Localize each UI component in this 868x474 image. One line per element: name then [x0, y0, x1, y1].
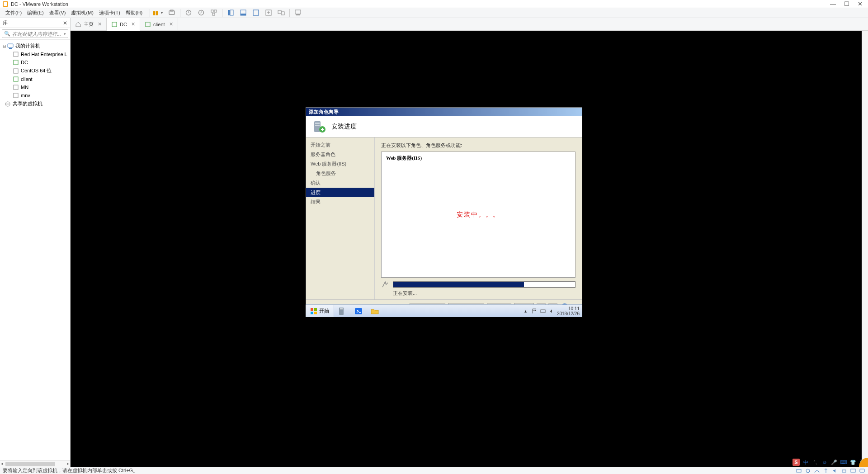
ime-lang-icon[interactable]: 中 — [802, 459, 809, 466]
tab-dc[interactable]: DC ✕ — [107, 18, 140, 31]
svg-rect-12 — [241, 14, 246, 15]
tab-client[interactable]: client ✕ — [140, 18, 178, 30]
scroll-right-icon[interactable]: ▸ — [67, 461, 69, 466]
search-input[interactable] — [12, 31, 64, 37]
svg-rect-47 — [860, 469, 864, 472]
library-search: 🔍 ▾ — [0, 28, 70, 40]
tree-item-label: MN — [21, 85, 28, 90]
close-button[interactable]: ✕ — [858, 0, 863, 7]
tabs-row: 主页 ✕ DC ✕ client ✕ — [71, 18, 868, 31]
ime-smile-icon[interactable]: ☺ — [821, 459, 828, 466]
clock-fwd-icon[interactable] — [195, 9, 208, 17]
tray-network-icon[interactable] — [540, 308, 546, 314]
menu-file[interactable]: 文件(F) — [3, 9, 24, 16]
ime-punct-icon[interactable]: °, — [811, 459, 819, 466]
device-usb-icon[interactable] — [823, 468, 829, 474]
tree-item[interactable]: Red Hat Enterprise L — [0, 50, 70, 58]
chevron-down-icon[interactable]: ▾ — [64, 32, 66, 36]
tree-item-label: DC — [21, 60, 28, 65]
content-v-scrollbar[interactable] — [862, 31, 868, 467]
svg-rect-20 — [9, 48, 12, 49]
vm-icon — [13, 84, 19, 90]
tab-home[interactable]: 主页 ✕ — [71, 18, 107, 30]
snapshot-icon[interactable] — [165, 9, 178, 17]
svg-rect-9 — [228, 10, 230, 15]
step-confirm[interactable]: 确认 — [306, 178, 374, 188]
device-message-icon[interactable] — [859, 468, 865, 474]
step-before[interactable]: 开始之前 — [306, 140, 374, 150]
clock-back-icon[interactable] — [182, 9, 195, 17]
wizard-title: 添加角色向导 — [309, 109, 339, 115]
step-iis[interactable]: Web 服务器(IIS) — [306, 159, 374, 169]
device-cd-icon[interactable] — [805, 468, 811, 474]
svg-rect-28 — [112, 22, 117, 27]
step-roles[interactable]: 服务器角色 — [306, 150, 374, 159]
tree-item[interactable]: MN — [0, 83, 70, 91]
tray-up-icon[interactable]: ▴ — [523, 308, 529, 314]
ime-keyboard-icon[interactable]: ⌨ — [840, 459, 847, 466]
step-result[interactable]: 结果 — [306, 197, 374, 207]
device-hdd-icon[interactable] — [796, 468, 802, 474]
device-net-icon[interactable] — [814, 468, 820, 474]
svg-rect-37 — [311, 312, 313, 314]
taskbar-server-manager-icon[interactable] — [335, 306, 350, 317]
unity-icon[interactable] — [262, 9, 275, 17]
step-svc[interactable]: 角色服务 — [306, 169, 374, 178]
tab-close-icon[interactable]: ✕ — [169, 21, 173, 27]
tree-shared-label: 共享的虚拟机 — [13, 100, 42, 107]
menu-tabs[interactable]: 选项卡(T) — [96, 9, 123, 16]
ime-mic-icon[interactable]: 🎤 — [830, 459, 838, 466]
ime-sogou-icon[interactable]: S — [793, 459, 800, 466]
statusbar: 要将输入定向到该虚拟机，请在虚拟机内部单击或按 Ctrl+G。 — [0, 467, 868, 474]
menu-vm[interactable]: 虚拟机(M) — [68, 9, 96, 16]
wizard-titlebar[interactable]: 添加角色向导 — [306, 108, 582, 116]
sidebar-h-scrollbar[interactable]: ◂ ▸ — [0, 460, 70, 467]
progress-fill — [393, 282, 524, 287]
scroll-left-icon[interactable]: ◂ — [1, 461, 3, 466]
tree-shared[interactable]: 共享的虚拟机 — [0, 100, 70, 108]
scroll-thumb[interactable] — [5, 462, 55, 466]
search-box[interactable]: 🔍 ▾ — [2, 29, 68, 38]
device-sound-icon[interactable] — [832, 468, 838, 474]
wizard-panel: Web 服务器(IIS) 安装中。。。 — [381, 152, 576, 278]
device-printer-icon[interactable] — [841, 468, 847, 474]
svg-rect-7 — [214, 10, 217, 12]
svg-rect-16 — [281, 12, 284, 15]
tree-item[interactable]: client — [0, 75, 70, 83]
tree-item[interactable]: CentOS 64 位 — [0, 66, 70, 75]
step-progress[interactable]: 进度 — [306, 188, 374, 197]
snapshot-mgr-icon[interactable] — [208, 9, 220, 17]
layout-1-icon[interactable] — [224, 9, 237, 17]
tree-item[interactable]: mnv — [0, 91, 70, 100]
ime-skin-icon[interactable]: 👕 — [849, 459, 857, 466]
shared-icon — [5, 101, 11, 107]
maximize-button[interactable]: ☐ — [844, 0, 849, 7]
thumbnail-icon[interactable] — [292, 9, 304, 17]
multi-mon-icon[interactable] — [275, 9, 288, 17]
minimize-button[interactable]: — — [830, 0, 836, 7]
device-display-icon[interactable] — [850, 468, 856, 474]
statusbar-text: 要将输入定向到该虚拟机，请在虚拟机内部单击或按 Ctrl+G。 — [3, 467, 138, 474]
layout-2-icon[interactable] — [237, 9, 250, 17]
collapse-icon[interactable]: ⊟ — [2, 44, 7, 48]
start-button[interactable]: 开始 — [306, 305, 334, 317]
window-titlebar: DC - VMware Workstation — ☐ ✕ — [0, 0, 868, 8]
fullscreen-icon[interactable] — [250, 9, 262, 17]
tray-flag-icon[interactable] — [531, 308, 538, 314]
tab-close-icon[interactable]: ✕ — [98, 21, 102, 27]
menu-edit[interactable]: 编辑(E) — [24, 9, 47, 16]
svg-rect-8 — [212, 13, 215, 15]
taskbar-explorer-icon[interactable] — [367, 306, 382, 317]
menu-help[interactable]: 帮助(H) — [123, 9, 145, 16]
guest-clock[interactable]: 10:11 2018/12/26 — [557, 306, 580, 316]
tree-root[interactable]: ⊟ 我的计算机 — [0, 42, 70, 50]
menu-view[interactable]: 查看(V) — [47, 9, 69, 16]
library-close-icon[interactable]: ✕ — [63, 20, 67, 26]
svg-rect-32 — [315, 125, 320, 126]
tray-sound-icon[interactable] — [548, 308, 555, 314]
taskbar-powershell-icon[interactable] — [351, 306, 366, 317]
tree-item[interactable]: DC — [0, 58, 70, 66]
pause-icon[interactable]: ▮▮ — [150, 10, 161, 16]
vm-icon — [13, 76, 19, 82]
tab-close-icon[interactable]: ✕ — [131, 21, 135, 27]
